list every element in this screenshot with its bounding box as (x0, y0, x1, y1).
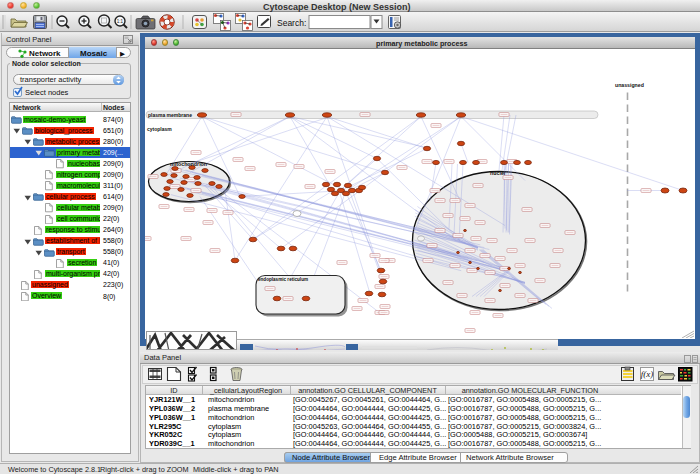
svg-text:Search:: Search: (277, 18, 306, 28)
svg-text:cytoplasm: cytoplasm (147, 125, 172, 131)
svg-text:mitochondrion: mitochondrion (170, 160, 207, 166)
svg-text:plasma membrane: plasma membrane (148, 112, 192, 118)
svg-text:unassigned: unassigned (615, 82, 644, 88)
svg-text:1:1: 1:1 (117, 19, 124, 24)
svg-text:nuclei: nuclei (490, 169, 506, 175)
svg-text:f(x): f(x) (641, 369, 654, 379)
svg-text:endoplasmic reticulum: endoplasmic reticulum (258, 277, 308, 282)
